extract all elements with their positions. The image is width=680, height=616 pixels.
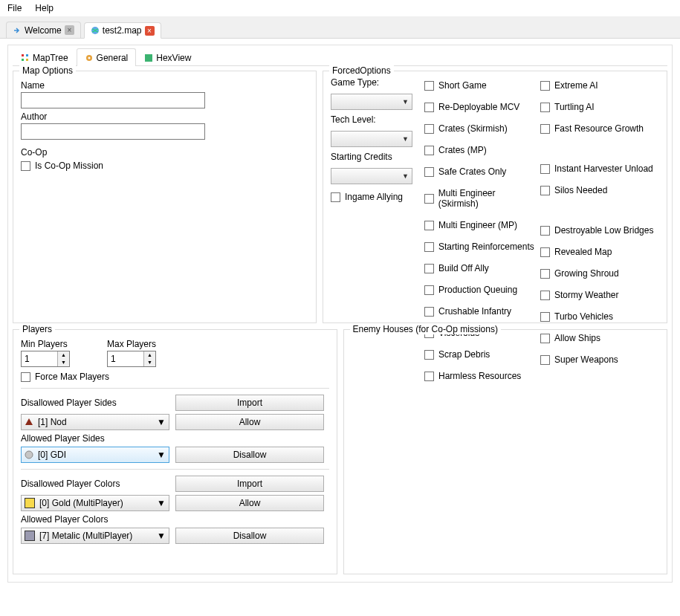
checkbox-option-label: Instant Harvester Unload: [554, 163, 653, 174]
label-tech-level: Tech Level:: [331, 114, 420, 126]
close-icon[interactable]: ×: [65, 25, 74, 35]
tab-hexview[interactable]: HexView: [136, 48, 199, 66]
combo-allowed-sides[interactable]: [0] GDI ▼: [21, 447, 169, 463]
label-name: Name: [21, 80, 308, 91]
checkbox-icon: [424, 242, 434, 252]
checkbox-icon: [540, 164, 550, 174]
svg-rect-2: [26, 54, 28, 56]
svg-point-9: [25, 451, 33, 458]
checkbox-icon: [540, 269, 550, 279]
select-starting-credits[interactable]: ▼: [331, 168, 412, 184]
checkbox-option[interactable]: Crates (MP): [424, 145, 536, 155]
menu-help[interactable]: Help: [32, 1, 56, 15]
checkbox-icon: [424, 167, 434, 177]
checkbox-icon: [540, 186, 550, 195]
chevron-down-icon: ▼: [402, 98, 409, 106]
checkbox-option[interactable]: Turtling AI: [540, 102, 659, 112]
menu-file[interactable]: File: [4, 1, 25, 15]
checkbox-icon: [424, 81, 434, 91]
checkbox-option[interactable]: Starting Reinforcements: [424, 241, 536, 252]
button-import-sides[interactable]: Import: [175, 395, 324, 411]
label-coop: Co-Op: [21, 147, 308, 158]
faction-icon: [25, 450, 33, 459]
checkbox-option[interactable]: Fast Resource Growth: [540, 123, 659, 134]
checkbox-option[interactable]: Revealed Map: [540, 247, 659, 257]
checkbox-option[interactable]: Re-Deployable MCV: [424, 102, 536, 112]
checkbox-option[interactable]: Growing Shroud: [540, 268, 659, 279]
checkbox-option[interactable]: Extreme AI: [540, 80, 659, 91]
button-allow-sides[interactable]: Allow: [175, 414, 324, 430]
chevron-down-icon: ▼: [157, 417, 166, 427]
color-swatch: [25, 498, 35, 508]
checkbox-option[interactable]: Build Off Ally: [424, 263, 536, 273]
combo-disallowed-sides[interactable]: [1] Nod ▼: [21, 414, 169, 430]
tab-maptree[interactable]: MapTree: [13, 48, 77, 66]
checkbox-option[interactable]: Stormy Weather: [540, 290, 659, 300]
checkbox-icon: [540, 124, 550, 134]
checkbox-option-label: Crates (Skirmish): [438, 123, 508, 134]
input-name[interactable]: [21, 92, 205, 108]
tab-welcome[interactable]: Welcome ×: [6, 22, 81, 38]
checkbox-icon: [424, 124, 434, 134]
chevron-down-icon: ▼: [157, 531, 166, 541]
label-min-players: Min Players: [21, 339, 70, 349]
checkbox-option[interactable]: Multi Engineer (MP): [424, 220, 536, 230]
svg-marker-8: [25, 418, 33, 425]
select-tech-level[interactable]: ▼: [331, 131, 412, 147]
group-players: Players Min Players 1 ▲▼ Max Players 1: [13, 329, 337, 574]
svg-rect-1: [22, 54, 24, 56]
checkbox-option[interactable]: Destroyable Low Bridges: [540, 225, 659, 236]
spin-min-players-value: 1: [22, 351, 57, 366]
button-disallow-sides[interactable]: Disallow: [175, 447, 324, 463]
checkbox-icon: [331, 192, 340, 202]
label-disallowed-colors: Disallowed Player Colors: [21, 479, 169, 489]
tab-general[interactable]: General: [77, 48, 137, 66]
checkbox-option[interactable]: Safe Crates Only: [424, 166, 536, 177]
checkbox-option[interactable]: Crates (Skirmish): [424, 123, 536, 134]
checkbox-option-label: Growing Shroud: [554, 268, 619, 279]
tab-map[interactable]: test2.map ×: [84, 22, 161, 39]
checkbox-force-max-players[interactable]: Force Max Players: [21, 372, 329, 382]
spin-arrows[interactable]: ▲▼: [143, 351, 155, 366]
checkbox-option[interactable]: Silos Needed: [540, 185, 659, 195]
checkbox-option[interactable]: Production Queuing: [424, 285, 536, 295]
checkbox-icon: [424, 307, 434, 317]
checkbox-option-label: Production Queuing: [438, 285, 517, 295]
hex-icon: [144, 54, 153, 62]
group-map-options-legend: Map Options: [19, 65, 76, 76]
checkbox-force-max-players-label: Force Max Players: [35, 372, 109, 382]
checkbox-option[interactable]: Multi Engineer (Skirmish): [424, 188, 536, 209]
checkbox-option[interactable]: Crushable Infantry: [424, 306, 536, 317]
button-allow-colors[interactable]: Allow: [175, 495, 324, 511]
combo-allowed-colors[interactable]: [7] Metalic (MultiPlayer) ▼: [21, 528, 169, 544]
checkbox-coop-mission-label: Is Co-Op Mission: [35, 161, 103, 171]
button-disallow-colors[interactable]: Disallow: [175, 528, 324, 544]
close-icon[interactable]: ×: [145, 26, 155, 36]
combo-disallowed-colors[interactable]: [0] Gold (MultiPlayer) ▼: [21, 495, 169, 511]
checkbox-icon: [21, 372, 30, 382]
button-import-colors[interactable]: Import: [175, 476, 324, 492]
checkbox-ingame-allying-label: Ingame Allying: [345, 192, 403, 202]
checkbox-option[interactable]: Turbo Vehicles: [540, 311, 659, 322]
select-game-type[interactable]: ▼: [331, 94, 412, 110]
checkbox-option-label: Starting Reinforcements: [438, 241, 534, 252]
checkbox-option-label: Multi Engineer (Skirmish): [438, 188, 536, 209]
spin-max-players[interactable]: 1 ▲▼: [107, 351, 156, 367]
group-map-options: Map Options Name Author Co-Op Is Co-Op M…: [13, 71, 317, 323]
input-author[interactable]: [21, 123, 205, 140]
checkbox-icon: [424, 264, 434, 273]
checkbox-icon: [424, 146, 434, 155]
inner-tab-strip: MapTree General HexView: [13, 48, 667, 66]
spin-arrows[interactable]: ▲▼: [57, 351, 69, 366]
checkbox-option[interactable]: Instant Harvester Unload: [540, 163, 659, 174]
spin-min-players[interactable]: 1 ▲▼: [21, 351, 70, 367]
checkbox-option[interactable]: Short Game: [424, 80, 536, 91]
checkbox-ingame-allying[interactable]: Ingame Allying: [331, 192, 420, 202]
chevron-down-icon: ▼: [157, 450, 166, 460]
checkbox-icon: [540, 103, 550, 112]
tab-welcome-label: Welcome: [25, 25, 62, 36]
chevron-down-icon: ▼: [402, 135, 409, 143]
checkbox-icon: [540, 247, 550, 257]
checkbox-coop-mission[interactable]: Is Co-Op Mission: [21, 161, 308, 171]
tab-maptree-label: MapTree: [33, 53, 68, 63]
